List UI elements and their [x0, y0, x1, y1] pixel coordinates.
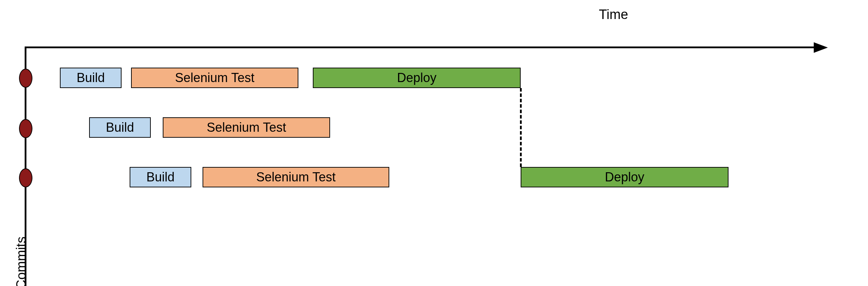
build-stage-label: Build — [106, 120, 134, 135]
test-stage-box: Selenium Test — [203, 167, 389, 187]
deploy-stage-label: Deploy — [605, 170, 644, 185]
build-stage-box: Build — [130, 167, 191, 187]
build-stage-box: Build — [60, 68, 122, 88]
test-stage-label: Selenium Test — [256, 170, 335, 185]
test-stage-box: Selenium Test — [131, 68, 298, 88]
time-axis-label: Time — [599, 7, 628, 22]
commit-dot — [19, 168, 32, 187]
test-stage-box: Selenium Test — [163, 117, 330, 138]
time-axis-arrow-icon — [814, 42, 828, 53]
test-stage-label: Selenium Test — [207, 120, 286, 135]
dependency-dashed-line — [520, 88, 522, 167]
commit-dot — [19, 69, 32, 88]
deploy-stage-box: Deploy — [313, 68, 521, 88]
build-stage-box: Build — [89, 117, 151, 138]
deploy-stage-label: Deploy — [397, 70, 436, 85]
build-stage-label: Build — [146, 170, 174, 185]
test-stage-label: Selenium Test — [175, 70, 254, 85]
time-axis-line — [25, 46, 814, 48]
commits-axis-label: Commits — [14, 237, 29, 286]
build-stage-label: Build — [76, 70, 105, 85]
deploy-stage-box: Deploy — [521, 167, 728, 187]
commit-dot — [19, 119, 32, 138]
